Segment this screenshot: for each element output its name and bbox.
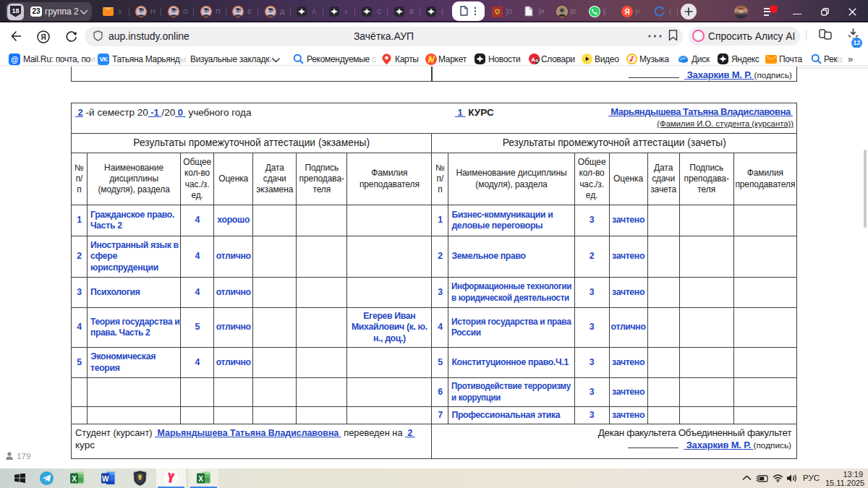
svg-text:Я: Я bbox=[624, 8, 629, 16]
svg-text:X: X bbox=[198, 475, 203, 483]
svg-text:W: W bbox=[102, 475, 109, 483]
svg-text:Я: Я bbox=[41, 33, 46, 41]
svg-text:VK: VK bbox=[99, 56, 108, 63]
svg-text:@: @ bbox=[11, 55, 18, 64]
svg-text:Б: Б bbox=[535, 59, 538, 63]
svg-text:А: А bbox=[531, 56, 535, 63]
svg-text:X: X bbox=[72, 475, 77, 483]
